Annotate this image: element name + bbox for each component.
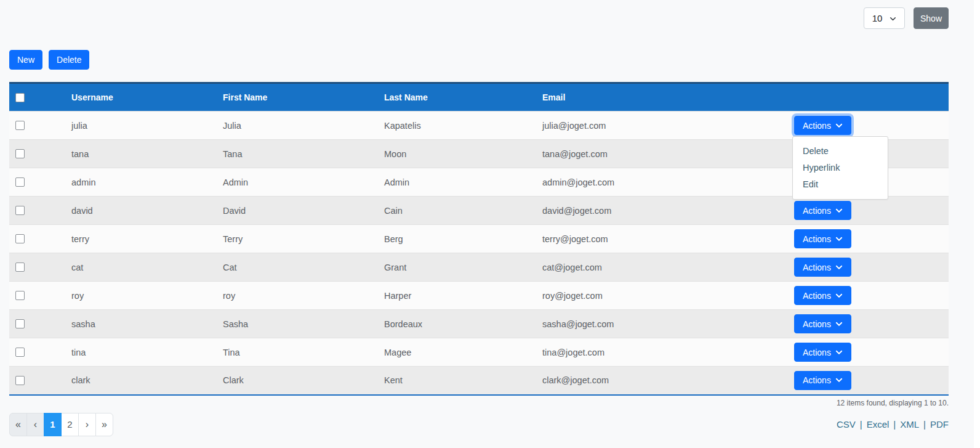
chevron-down-icon <box>835 349 843 356</box>
cell-email: cat@joget.com <box>536 253 782 282</box>
row-checkbox[interactable] <box>15 206 25 215</box>
table-row: sasha Sasha Bordeaux sasha@joget.com Act… <box>9 310 949 338</box>
export-links: CSV | Excel | XML | PDF <box>837 419 949 430</box>
cell-email: admin@joget.com <box>536 168 782 197</box>
export-separator: | <box>893 419 896 430</box>
row-checkbox-cell <box>9 310 65 338</box>
cell-actions: Actions <box>782 310 949 338</box>
export-excel-link[interactable]: Excel <box>867 419 890 430</box>
row-checkbox-cell <box>9 225 65 253</box>
actions-button[interactable]: Actions <box>794 286 851 305</box>
pagination-prev-button[interactable]: ‹ <box>26 413 44 436</box>
cell-first-name: Tana <box>217 140 378 168</box>
scrollbar-track[interactable] <box>974 0 980 448</box>
table-row: tina Tina Magee tina@joget.com Actions <box>9 338 949 367</box>
pagination-first-button[interactable]: « <box>9 413 27 436</box>
actions-button[interactable]: Actions <box>794 229 851 248</box>
row-checkbox-cell <box>9 282 65 310</box>
actions-button[interactable]: Actions <box>794 201 851 220</box>
pagination-last-button[interactable]: » <box>95 413 113 436</box>
table-row: roy roy Harper roy@joget.com Actions <box>9 282 949 310</box>
row-checkbox[interactable] <box>15 263 25 272</box>
row-checkbox[interactable] <box>15 177 25 187</box>
pagination-page-1-button[interactable]: 1 <box>44 413 62 436</box>
export-csv-link[interactable]: CSV <box>837 419 856 430</box>
pagination-page-2-button[interactable]: 2 <box>61 413 79 436</box>
select-all-checkbox[interactable] <box>15 93 25 102</box>
cell-username: tana <box>65 140 217 168</box>
delete-button[interactable]: Delete <box>49 50 89 70</box>
cell-username: clark <box>65 367 217 395</box>
row-checkbox-cell <box>9 112 65 140</box>
actions-menu-item-delete[interactable]: Delete <box>793 143 888 160</box>
page: 10 Show New Delete Username First Name <box>0 0 980 448</box>
table-row: clark Clark Kent clark@joget.com Actions <box>9 367 949 395</box>
row-checkbox[interactable] <box>15 121 25 130</box>
cell-username: sasha <box>65 310 217 338</box>
chevron-down-icon <box>835 320 843 328</box>
actions-button[interactable]: Actions <box>794 314 851 333</box>
cell-first-name: Clark <box>217 367 378 395</box>
cell-actions: Actions DeleteHyperlinkEdit <box>782 112 949 140</box>
pagination-next-button[interactable]: › <box>78 413 96 436</box>
pagination: « ‹ 1 2 › » <box>9 413 113 436</box>
cell-actions: Actions <box>782 282 949 310</box>
table-row: david David Cain david@joget.com Actions <box>9 197 949 225</box>
cell-first-name: Tina <box>217 338 378 367</box>
cell-username: tina <box>65 338 217 367</box>
export-pdf-link[interactable]: PDF <box>930 419 949 430</box>
cell-username: roy <box>65 282 217 310</box>
row-checkbox-cell <box>9 197 65 225</box>
cell-email: david@joget.com <box>536 197 782 225</box>
row-checkbox[interactable] <box>15 149 25 158</box>
export-xml-link[interactable]: XML <box>900 419 919 430</box>
actions-button[interactable]: Actions <box>794 116 851 135</box>
row-checkbox[interactable] <box>15 291 25 300</box>
column-header-username[interactable]: Username <box>65 83 217 112</box>
cell-last-name: Kapatelis <box>378 112 536 140</box>
row-checkbox[interactable] <box>15 234 25 243</box>
cell-first-name: roy <box>217 282 378 310</box>
chevron-down-icon <box>835 377 843 384</box>
page-size-select[interactable]: 10 <box>864 7 905 29</box>
row-checkbox-cell <box>9 168 65 197</box>
cell-actions: Actions <box>782 197 949 225</box>
actions-button[interactable]: Actions <box>794 258 851 277</box>
column-header-last-name[interactable]: Last Name <box>378 83 536 112</box>
cell-last-name: Moon <box>378 140 536 168</box>
row-checkbox-cell <box>9 253 65 282</box>
cell-email: terry@joget.com <box>536 225 782 253</box>
data-table: Username First Name Last Name Email juli… <box>9 82 949 396</box>
table-row: julia Julia Kapatelis julia@joget.com Ac… <box>9 112 949 140</box>
actions-menu-item-hyperlink[interactable]: Hyperlink <box>793 160 888 176</box>
cell-actions: Actions <box>782 253 949 282</box>
cell-actions: Actions <box>782 338 949 367</box>
cell-username: terry <box>65 225 217 253</box>
row-checkbox[interactable] <box>15 319 25 328</box>
cell-first-name: David <box>217 197 378 225</box>
cell-first-name: Sasha <box>217 310 378 338</box>
status-text: 12 items found, displaying 1 to 10. <box>9 399 949 407</box>
cell-last-name: Grant <box>378 253 536 282</box>
cell-actions: Actions <box>782 367 949 395</box>
new-button[interactable]: New <box>9 50 42 70</box>
show-button[interactable]: Show <box>914 7 949 29</box>
actions-button-label: Actions <box>803 206 831 216</box>
cell-username: david <box>65 197 217 225</box>
toolbar: New Delete <box>9 50 949 70</box>
column-header-actions <box>782 83 949 112</box>
cell-email: sasha@joget.com <box>536 310 782 338</box>
column-header-email[interactable]: Email <box>536 83 782 112</box>
actions-button[interactable]: Actions <box>794 343 851 362</box>
chevron-down-icon <box>835 122 843 129</box>
row-checkbox[interactable] <box>15 376 25 385</box>
page-size-bar: 10 Show <box>9 0 949 29</box>
chevron-down-icon <box>890 15 896 22</box>
column-header-first-name[interactable]: First Name <box>217 83 378 112</box>
cell-username: julia <box>65 112 217 140</box>
cell-actions: Actions <box>782 225 949 253</box>
actions-button[interactable]: Actions <box>794 371 851 390</box>
actions-menu-item-edit[interactable]: Edit <box>793 176 888 193</box>
row-checkbox-cell <box>9 140 65 168</box>
row-checkbox[interactable] <box>15 348 25 357</box>
